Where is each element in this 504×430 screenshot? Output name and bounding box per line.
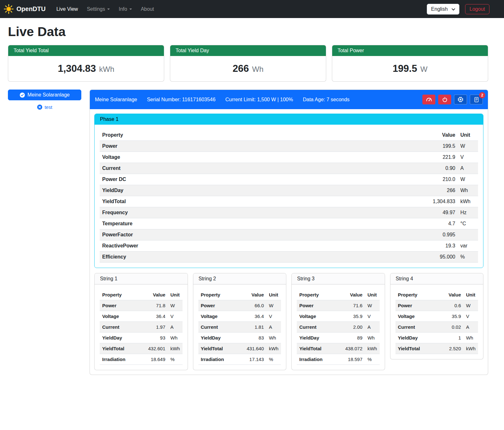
property-cell: Voltage xyxy=(198,311,243,322)
unit-cell: kWh xyxy=(266,343,281,354)
string-title: String 3 xyxy=(292,273,385,284)
brand[interactable]: OpenDTU xyxy=(4,4,46,14)
table-row: Power 71.6 W xyxy=(297,300,380,311)
device-info-button[interactable] xyxy=(454,95,467,104)
string-body: Property Value Unit Power 71.8 W xyxy=(95,284,188,370)
value-cell: 71.6 xyxy=(341,300,365,311)
string-table-body: Power 71.8 W Voltage 36.4 V Current xyxy=(100,300,183,365)
string-table: Property Value Unit Power 71.8 W xyxy=(100,290,183,365)
event-log-button[interactable]: 2 xyxy=(470,95,483,104)
column-header-value: Value xyxy=(417,130,458,141)
unit-cell: V xyxy=(464,311,478,322)
nav-item-about[interactable]: About xyxy=(136,4,159,15)
table-header-row: Property Value Unit xyxy=(100,130,478,141)
nav-item-settings[interactable]: Settings xyxy=(82,4,114,15)
table-row: Voltage 221.9 V xyxy=(100,152,478,163)
string-card-3: String 3 Property Value Unit xyxy=(291,273,385,370)
column-header-unit: Unit xyxy=(365,290,380,300)
unit-cell: W xyxy=(458,174,478,185)
string-body: Property Value Unit Power 71.6 W xyxy=(292,284,385,370)
string-table-body: Power 71.6 W Voltage 35.9 V Current xyxy=(297,300,380,365)
property-cell: Voltage xyxy=(100,152,417,163)
value-cell: 266 xyxy=(417,185,458,196)
property-cell: ReactivePower xyxy=(100,240,417,252)
inverter-select-button-active[interactable]: Meine Solaranlage xyxy=(8,90,81,100)
column-header-unit: Unit xyxy=(464,290,478,300)
property-cell: Power xyxy=(100,141,417,152)
column-header-value: Value xyxy=(144,290,168,300)
nav-item-label: About xyxy=(141,6,154,12)
nav-item-label: Settings xyxy=(87,6,105,12)
card-body: 266 Wh xyxy=(170,56,326,81)
power-icon xyxy=(442,97,448,103)
limit-settings-button[interactable] xyxy=(422,95,435,104)
nav-links: Live View Settings Info About xyxy=(52,4,159,15)
table-row: Voltage 36.4 V xyxy=(100,311,183,322)
value-cell: 18.597 xyxy=(341,354,365,365)
table-header-row: Property Value Unit xyxy=(297,290,380,300)
unit-cell: kWh xyxy=(458,196,478,207)
summary-cards: Total Yield Total 1,304.83 kWh Total Yie… xyxy=(8,45,488,82)
table-row: YieldTotal 432.601 kWh xyxy=(100,343,183,354)
value-cell: 199.5 xyxy=(417,141,458,152)
property-cell: Irradiation xyxy=(297,354,341,365)
string-body: Property Value Unit Power 66.0 W xyxy=(193,284,286,370)
journal-icon xyxy=(474,97,479,103)
page-title: Live Data xyxy=(8,24,488,39)
inverter-panel-body: Phase 1 Property Value Unit xyxy=(90,109,488,375)
nav-item-label: Live View xyxy=(56,6,78,12)
serial-number: Serial Number: 116171603546 xyxy=(147,97,215,103)
inverter-name: Meine Solaranlage xyxy=(95,97,137,103)
table-row: Power 199.5 W xyxy=(100,141,478,152)
property-cell: Irradiation xyxy=(100,354,144,365)
phase-table-body: Power 199.5 W Voltage 221.9 V Current 0. xyxy=(100,141,478,263)
value-cell: 0.995 xyxy=(417,229,458,240)
language-select[interactable]: English xyxy=(427,4,459,15)
table-header-row: Property Value Unit xyxy=(198,290,281,300)
nav-item-info[interactable]: Info xyxy=(114,4,136,15)
table-row: YieldDay 89 Wh xyxy=(297,333,380,343)
property-cell: Current xyxy=(100,163,417,174)
table-row: Power DC 210.0 W xyxy=(100,174,478,185)
value-cell: 66.0 xyxy=(242,300,266,311)
unit-cell: kWh xyxy=(464,343,478,354)
unit-cell: A xyxy=(464,322,478,333)
string-body: Property Value Unit Power 0.6 W xyxy=(390,284,483,359)
column-header-value: Value xyxy=(242,290,266,300)
table-row: Current 0.90 A xyxy=(100,163,478,174)
table-row: YieldTotal 1,304.833 kWh xyxy=(100,196,478,207)
column-header-property: Property xyxy=(198,290,243,300)
property-cell: Power DC xyxy=(100,174,417,185)
unit-cell: % xyxy=(458,252,478,263)
unit-cell: Hz xyxy=(458,207,478,218)
card-title: Total Power xyxy=(332,45,488,56)
value-cell: 36.4 xyxy=(144,311,168,322)
unit-cell: Wh xyxy=(266,333,281,343)
table-row: ReactivePower 19.3 var xyxy=(100,240,478,252)
logout-button[interactable]: Logout xyxy=(465,4,489,14)
value-cell: 83 xyxy=(242,333,266,343)
table-row: Voltage 35.9 V xyxy=(297,311,380,322)
phase-card: Phase 1 Property Value Unit xyxy=(94,114,483,268)
table-row: Frequency 49.97 Hz xyxy=(100,207,478,218)
card-title: Total Yield Day xyxy=(170,45,326,56)
value-cell: 71.8 xyxy=(144,300,168,311)
property-cell: Frequency xyxy=(100,207,417,218)
column-header-unit: Unit xyxy=(168,290,183,300)
unit-cell: Wh xyxy=(464,333,478,343)
property-cell: Irradiation xyxy=(198,354,243,365)
unit-cell: W xyxy=(266,300,281,311)
property-cell: YieldDay xyxy=(297,333,341,343)
sun-icon xyxy=(4,4,14,14)
unit-cell: A xyxy=(168,322,183,333)
inverter-select-button-inactive[interactable]: test xyxy=(8,104,81,110)
power-control-button[interactable] xyxy=(438,95,451,104)
phase-body: Property Value Unit Power 199.5 W xyxy=(95,125,483,268)
nav-item-live-view[interactable]: Live View xyxy=(52,4,82,15)
value-cell: 35.9 xyxy=(341,311,365,322)
value-cell: 17.143 xyxy=(242,354,266,365)
unit-cell: % xyxy=(266,354,281,365)
table-row: PowerFactor 0.995 xyxy=(100,229,478,240)
value-cell: 2.00 xyxy=(341,322,365,333)
value-cell: 2.520 xyxy=(439,343,464,354)
